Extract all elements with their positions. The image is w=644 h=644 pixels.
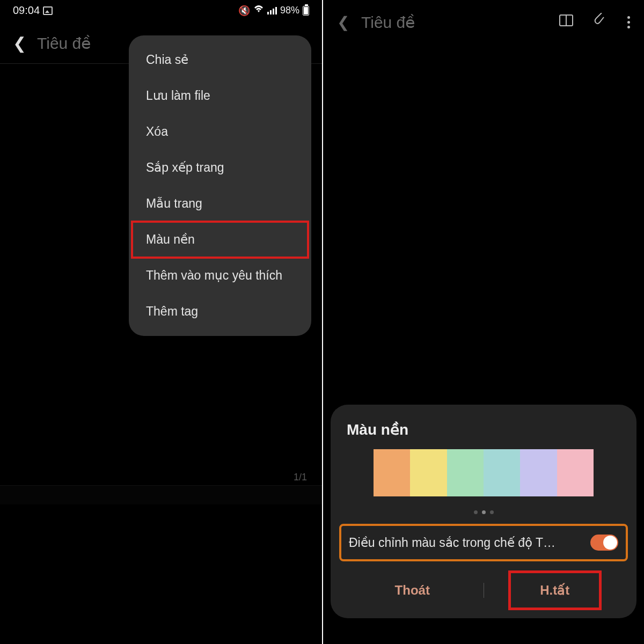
battery-icon	[303, 6, 309, 16]
toggle-label: Điều chỉnh màu sắc trong chế độ T…	[349, 536, 585, 550]
signal-icon	[267, 7, 277, 14]
menu-delete[interactable]: Xóa	[132, 114, 308, 150]
menu-page-template[interactable]: Mẫu trang	[132, 186, 308, 222]
menu-sort-page[interactable]: Sắp xếp trang	[132, 150, 308, 186]
mute-icon: 🔇	[238, 5, 250, 17]
attachment-icon[interactable]	[594, 13, 607, 32]
menu-add-favorite[interactable]: Thêm vào mục yêu thích	[132, 258, 308, 294]
swatch-yellow[interactable]	[410, 449, 447, 496]
swatch-pink[interactable]	[557, 449, 594, 496]
dot-1[interactable]	[474, 510, 478, 514]
right-screenshot: ❮ Tiêu đề Màu nền Điều chỉnh	[322, 0, 644, 644]
clock-time: 09:04	[13, 4, 40, 17]
color-swatches	[374, 449, 594, 496]
done-button[interactable]: H.tất	[484, 575, 626, 605]
back-icon[interactable]: ❮	[13, 34, 26, 53]
sheet-actions: Thoát H.tất	[341, 575, 626, 605]
wifi-icon	[253, 5, 264, 16]
bottom-toolbar	[0, 485, 322, 504]
back-icon[interactable]: ❮	[337, 13, 349, 31]
dot-2[interactable]	[482, 510, 486, 514]
more-icon[interactable]	[627, 16, 630, 28]
swatch-teal[interactable]	[484, 449, 520, 496]
background-color-sheet: Màu nền Điều chỉnh màu sắc trong chế độ …	[331, 405, 636, 618]
left-screenshot: 09:04 🔇 98% ❮ Tiêu đề Chia sẻ Lưu làm fi…	[0, 0, 322, 644]
dark-mode-toggle[interactable]	[590, 535, 618, 551]
menu-save-file[interactable]: Lưu làm file	[132, 78, 308, 114]
dark-mode-adjust-row: Điều chỉnh màu sắc trong chế độ T…	[341, 526, 626, 559]
sheet-title: Màu nền	[341, 421, 626, 449]
page-title[interactable]: Tiêu đề	[37, 34, 91, 53]
cancel-button[interactable]: Thoát	[341, 575, 484, 605]
app-header: ❮ Tiêu đề	[323, 0, 644, 45]
swatch-green[interactable]	[447, 449, 484, 496]
swatch-purple[interactable]	[520, 449, 557, 496]
menu-background-color[interactable]: Màu nền	[132, 222, 308, 258]
menu-add-tag[interactable]: Thêm tag	[132, 294, 308, 330]
page-indicator	[341, 507, 626, 526]
page-title[interactable]: Tiêu đề	[361, 13, 415, 32]
media-icon	[43, 6, 53, 15]
reading-mode-icon[interactable]	[559, 14, 574, 31]
status-bar: 09:04 🔇 98%	[0, 0, 322, 19]
battery-percent: 98%	[280, 5, 299, 16]
menu-share[interactable]: Chia sẻ	[132, 42, 308, 78]
page-counter: 1/1	[294, 472, 307, 483]
dot-3[interactable]	[490, 510, 494, 514]
swatch-orange[interactable]	[374, 449, 410, 496]
options-menu: Chia sẻ Lưu làm file Xóa Sắp xếp trang M…	[129, 35, 311, 336]
